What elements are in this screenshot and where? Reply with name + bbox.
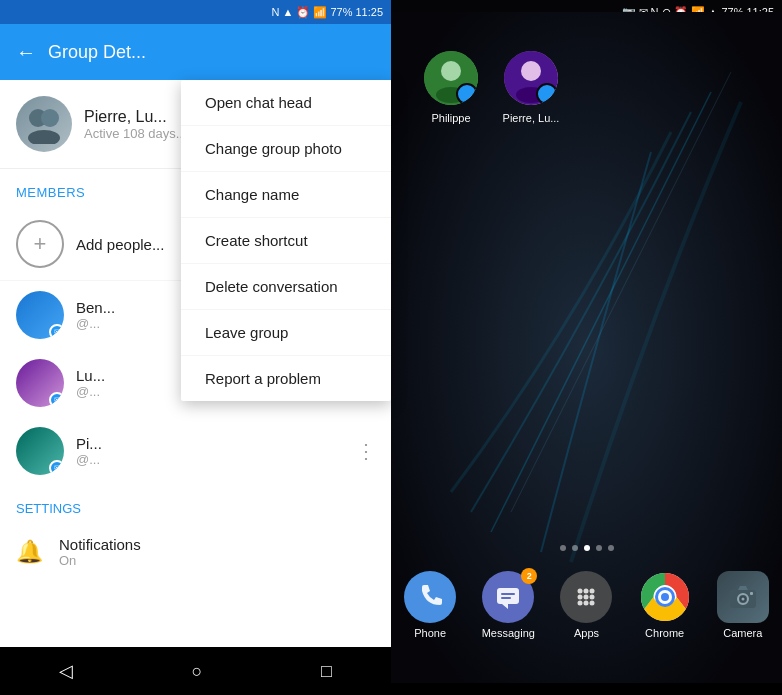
notifications-status: On: [59, 553, 141, 568]
member-row[interactable]: ✉ Pi... @... ⋮: [0, 417, 391, 485]
chrome-icon: [639, 571, 691, 623]
svg-point-22: [578, 601, 583, 606]
member-handle-3: @...: [76, 452, 344, 467]
member-options-3[interactable]: ⋮: [356, 439, 375, 463]
svg-point-17: [584, 589, 589, 594]
header-bar: ← Group Det...: [0, 24, 391, 80]
home-nav-left[interactable]: ○: [192, 661, 203, 682]
right-panel: 📷 ✉ N ⊖ ⏰ 📶 ▲ 77% 11:25: [391, 0, 782, 695]
header-title: Group Det...: [48, 42, 146, 63]
status-bar-left: N ▲ ⏰ 📶 77% 11:25: [0, 0, 391, 24]
dot-4: [596, 545, 602, 551]
bottom-nav-left: ◁ ○ □: [0, 647, 391, 695]
alarm-icon: ⏰: [296, 6, 310, 19]
svg-point-10: [516, 87, 546, 103]
left-panel: N ▲ ⏰ 📶 77% 11:25 ← Group Det... Pierre,…: [0, 0, 391, 695]
dot-3-active: [584, 545, 590, 551]
apps-grid-icon: [572, 583, 600, 611]
dock-item-chrome[interactable]: Chrome: [629, 571, 701, 639]
dock-item-camera[interactable]: Camera: [707, 571, 779, 639]
dock-item-phone[interactable]: Phone: [394, 571, 466, 639]
back-button[interactable]: ←: [16, 41, 36, 64]
apps-icon-wrapper: [560, 571, 612, 623]
svg-marker-13: [502, 604, 508, 609]
menu-item-change-name[interactable]: Change name: [181, 172, 391, 218]
svg-point-2: [28, 130, 60, 144]
group-avatar: [16, 96, 72, 152]
svg-point-21: [590, 595, 595, 600]
group-status: Active 108 days...: [84, 126, 187, 141]
camera-icon: [728, 582, 758, 612]
phone-icon-wrapper: [404, 571, 456, 623]
dock-item-messaging[interactable]: 2 Messaging: [472, 571, 544, 639]
settings-section-header: Settings: [0, 485, 391, 524]
chat-head-name-philippe: Philippe: [431, 112, 470, 124]
menu-item-leave-group[interactable]: Leave group: [181, 310, 391, 356]
camera-label: Camera: [723, 627, 762, 639]
dock-item-apps[interactable]: Apps: [550, 571, 622, 639]
member-avatar-2: ✉: [16, 359, 64, 407]
dot-1: [560, 545, 566, 551]
messenger-badge-2: ✉: [49, 392, 64, 407]
member-avatar-3: ✉: [16, 427, 64, 475]
page-dots-indicator: [391, 545, 782, 551]
menu-item-change-group-photo[interactable]: Change group photo: [181, 126, 391, 172]
svg-point-1: [41, 109, 59, 127]
apps-label: Apps: [574, 627, 599, 639]
menu-item-report-problem[interactable]: Report a problem: [181, 356, 391, 401]
svg-point-7: [464, 91, 474, 101]
svg-rect-12: [497, 588, 519, 604]
time-left: 11:25: [355, 6, 383, 18]
svg-point-23: [584, 601, 589, 606]
dot-2: [572, 545, 578, 551]
member-name-3: Pi...: [76, 435, 344, 452]
group-details: Pierre, Lu... Active 108 days...: [84, 108, 187, 141]
camera-icon-wrapper: [717, 571, 769, 623]
messenger-badge-3: ✉: [49, 460, 64, 475]
phone-icon: [416, 583, 444, 611]
messaging-label: Messaging: [482, 627, 535, 639]
messaging-icon: [494, 583, 522, 611]
back-nav-left[interactable]: ◁: [59, 660, 73, 682]
app-dock: Phone 2 Messaging: [391, 563, 782, 647]
chrome-icon-wrapper: [639, 571, 691, 623]
chat-head-pierre[interactable]: Pierre, Lu...: [491, 48, 571, 124]
svg-point-6: [436, 87, 466, 103]
svg-point-11: [544, 91, 554, 101]
chat-head-avatar-philippe: [421, 48, 481, 108]
menu-item-delete-conversation[interactable]: Delete conversation: [181, 264, 391, 310]
menu-item-open-chat-head[interactable]: Open chat head: [181, 80, 391, 126]
svg-point-33: [741, 598, 744, 601]
member-info-3: Pi... @...: [76, 435, 344, 467]
dot-5: [608, 545, 614, 551]
svg-rect-14: [501, 593, 515, 595]
svg-point-24: [590, 601, 595, 606]
menu-item-create-shortcut[interactable]: Create shortcut: [181, 218, 391, 264]
messaging-badge: 2: [521, 568, 537, 584]
chat-heads-area: Philippe Pierre, Lu...: [391, 24, 782, 124]
chat-head-avatar-pierre: [501, 48, 561, 108]
group-name: Pierre, Lu...: [84, 108, 187, 126]
wifi-icon: 📶: [313, 6, 327, 19]
chat-head-philippe[interactable]: Philippe: [411, 48, 491, 124]
philippe-messenger-badge: [460, 87, 478, 105]
pierre-photo: [504, 51, 558, 105]
battery-text-left: 77%: [330, 6, 352, 18]
svg-point-16: [578, 589, 583, 594]
svg-point-9: [521, 61, 541, 81]
context-menu: Open chat head Change group photo Change…: [181, 80, 391, 401]
notification-row[interactable]: 🔔 Notifications On: [0, 524, 391, 580]
chat-head-name-pierre: Pierre, Lu...: [503, 112, 560, 124]
svg-point-20: [584, 595, 589, 600]
svg-point-18: [590, 589, 595, 594]
svg-rect-15: [501, 597, 511, 599]
messenger-badge-1: ✉: [49, 324, 64, 339]
pierre-messenger-badge: [540, 87, 558, 105]
notifications-icon: 🔔: [16, 539, 43, 565]
svg-rect-34: [750, 592, 753, 595]
svg-point-5: [441, 61, 461, 81]
member-avatar-1: ✉: [16, 291, 64, 339]
status-icons-left: N ▲ ⏰ 📶 77% 11:25: [272, 6, 383, 19]
recent-nav-left[interactable]: □: [321, 661, 332, 682]
nfc-icon: N: [272, 6, 280, 18]
